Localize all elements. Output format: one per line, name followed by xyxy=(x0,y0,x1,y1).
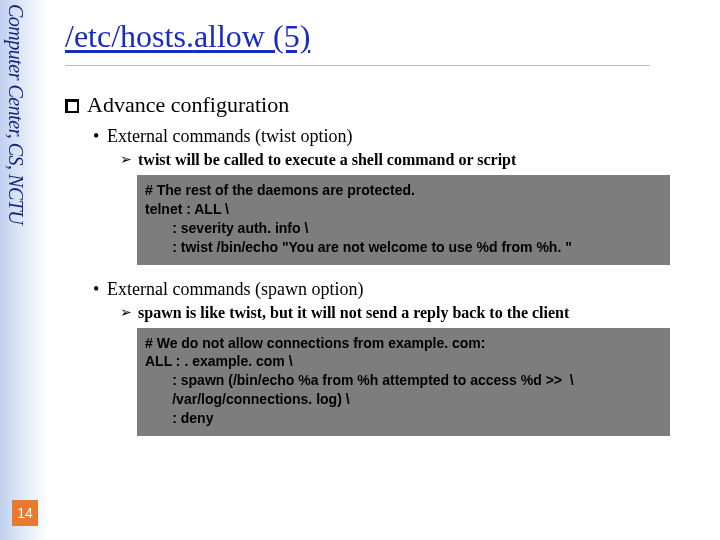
subnote-1-text: twist will be called to execute a shell … xyxy=(138,151,516,169)
slide-content: /etc/hosts.allow (5) Advance configurati… xyxy=(65,0,710,450)
sidebar-affiliation: Computer Center, CS, NCTU xyxy=(4,4,27,224)
subnote-1: ➢ twist will be called to execute a shel… xyxy=(120,151,710,169)
chevron-icon: ➢ xyxy=(120,151,132,169)
bullet-item-2-label: External commands (spawn option) xyxy=(107,279,363,300)
bullet-dot-icon: • xyxy=(93,126,99,147)
bullet-item-1: • External commands (twist option) xyxy=(93,126,710,147)
bullet-item-1-label: External commands (twist option) xyxy=(107,126,352,147)
page-number-badge: 14 xyxy=(12,500,38,526)
section-heading-row: Advance configuration xyxy=(65,92,710,118)
section-heading: Advance configuration xyxy=(87,92,289,118)
page-number: 14 xyxy=(17,505,33,521)
title-divider xyxy=(65,65,650,66)
subnote-2: ➢ spawn is like twist, but it will not s… xyxy=(120,304,710,322)
sidebar-gradient: Computer Center, CS, NCTU xyxy=(0,0,50,540)
slide-title: /etc/hosts.allow (5) xyxy=(65,18,710,55)
chevron-icon: ➢ xyxy=(120,304,132,322)
checkbox-bullet-icon xyxy=(65,99,79,113)
bullet-item-2: • External commands (spawn option) xyxy=(93,279,710,300)
code-block-1: # The rest of the daemons are protected.… xyxy=(137,175,670,265)
code-block-2: # We do not allow connections from examp… xyxy=(137,328,670,436)
subnote-2-text: spawn is like twist, but it will not sen… xyxy=(138,304,569,322)
bullet-dot-icon: • xyxy=(93,279,99,300)
